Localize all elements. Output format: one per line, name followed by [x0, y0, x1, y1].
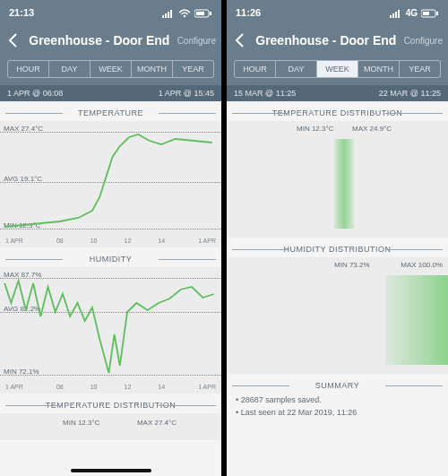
- temp-dist-bar: [334, 139, 354, 229]
- battery-icon: [421, 7, 439, 18]
- date-end: 1 APR @ 15:45: [159, 89, 214, 98]
- summary-line-1: • 28687 samples saved.: [227, 394, 448, 406]
- svg-rect-2: [168, 12, 169, 18]
- hum-dist-bar: [385, 275, 448, 365]
- temperature-chart: MAX 27.4°C AVG 19.1°C MIN 12.3°C: [0, 121, 221, 236]
- tab-week[interactable]: WEEK: [317, 60, 358, 78]
- page-title: Greenhouse - Door End: [248, 33, 404, 48]
- tab-year[interactable]: YEAR: [173, 60, 214, 78]
- svg-rect-10: [395, 12, 397, 18]
- svg-rect-14: [436, 12, 438, 15]
- temp-dist-min-left: MIN 12.3°C: [63, 419, 99, 427]
- range-tabs: HOUR DAY WEEK MONTH YEAR: [227, 56, 448, 85]
- svg-rect-1: [165, 13, 167, 18]
- humidity-chart: MAX 87.7% AVG 82.2% MIN 72.1%: [0, 267, 221, 382]
- battery-icon: [194, 7, 212, 18]
- hum-dist-title: HUMIDITY DISTRIBUTION: [227, 245, 448, 254]
- tab-hour[interactable]: HOUR: [7, 60, 49, 78]
- temp-dist-title-left: TEMPERATURE DISTRIBUTION: [0, 401, 221, 410]
- svg-rect-3: [170, 10, 172, 18]
- phone-right: 11:26 4G Greenhouse - Door End Configure…: [227, 0, 448, 476]
- tab-day[interactable]: DAY: [49, 60, 90, 78]
- hum-dist-max: MAX 100.0%: [401, 261, 443, 269]
- svg-point-4: [184, 15, 185, 17]
- temperature-title: TEMPERATURE: [0, 108, 221, 117]
- network-4g-label: 4G: [406, 8, 418, 18]
- temperature-xaxis: 1 APR 08 10 12 14 1 APR: [0, 236, 221, 247]
- status-time: 21:13: [9, 7, 34, 18]
- configure-link[interactable]: Configure: [404, 36, 443, 46]
- svg-rect-6: [196, 12, 204, 15]
- status-time: 11:26: [236, 7, 261, 18]
- phone-left: 21:13 Greenhouse - Door End Configure HO…: [0, 0, 221, 476]
- humidity-xaxis: 1 APR 08 10 12 14 1 APR: [0, 382, 221, 394]
- home-indicator[interactable]: [71, 469, 151, 472]
- svg-rect-13: [423, 12, 429, 15]
- svg-rect-7: [210, 12, 211, 15]
- hum-dist-panel: MIN 73.2% MAX 100.0%: [227, 257, 448, 374]
- signal-icon: [390, 7, 402, 18]
- summary-line-2: • Last seen at 22 Mar 2019, 11:26: [227, 406, 448, 419]
- temperature-panel: MAX 27.4°C AVG 19.1°C MIN 12.3°C 1 APR 0…: [0, 121, 221, 247]
- summary-title: SUMMARY: [227, 381, 448, 390]
- back-button[interactable]: [5, 32, 22, 48]
- back-button[interactable]: [232, 32, 248, 48]
- date-end: 22 MAR @ 11:25: [379, 89, 441, 98]
- svg-rect-9: [392, 13, 394, 18]
- temp-dist-min: MIN 12.3°C: [297, 125, 333, 133]
- range-tabs: HOUR DAY WEEK MONTH YEAR: [0, 56, 221, 85]
- humidity-panel: MAX 87.7% AVG 82.2% MIN 72.1% 1 APR 08 1…: [0, 267, 221, 394]
- configure-link[interactable]: Configure: [177, 36, 216, 46]
- svg-rect-11: [398, 10, 400, 18]
- signal-icon: [162, 7, 175, 18]
- status-bar: 11:26 4G: [227, 0, 448, 25]
- tab-week[interactable]: WEEK: [90, 60, 132, 78]
- status-bar: 21:13: [0, 0, 221, 25]
- svg-rect-8: [390, 15, 392, 18]
- date-range: 1 APR @ 06:08 1 APR @ 15:45: [0, 85, 221, 101]
- tab-day[interactable]: DAY: [276, 60, 317, 78]
- tab-year[interactable]: YEAR: [400, 60, 441, 78]
- hum-dist-min: MIN 73.2%: [334, 261, 370, 269]
- date-start: 15 MAR @ 11:25: [234, 89, 296, 98]
- tab-month[interactable]: MONTH: [132, 60, 173, 78]
- header: Greenhouse - Door End Configure: [0, 25, 221, 56]
- header: Greenhouse - Door End Configure: [227, 25, 448, 56]
- wifi-icon: [178, 7, 191, 18]
- temp-dist-panel: MIN 12.3°C MAX 24.9°C: [227, 121, 448, 238]
- content-right: TEMPERATURE DISTRIBUTION MIN 12.3°C MAX …: [227, 101, 448, 476]
- temp-dist-panel-left: MIN 12.3°C MAX 27.4°C: [0, 413, 221, 440]
- date-range: 15 MAR @ 11:25 22 MAR @ 11:25: [227, 85, 448, 101]
- content-left: TEMPERATURE MAX 27.4°C AVG 19.1°C MIN 12…: [0, 101, 221, 476]
- page-title: Greenhouse - Door End: [22, 33, 177, 48]
- temp-dist-max: MAX 24.9°C: [352, 125, 392, 133]
- tab-hour[interactable]: HOUR: [234, 60, 276, 78]
- temp-dist-title: TEMPERATURE DISTRIBUTION: [227, 108, 448, 117]
- tab-month[interactable]: MONTH: [358, 60, 400, 78]
- date-start: 1 APR @ 06:08: [7, 89, 63, 98]
- humidity-title: HUMIDITY: [0, 255, 221, 264]
- svg-rect-0: [162, 15, 164, 18]
- temp-dist-max-left: MAX 27.4°C: [137, 419, 177, 427]
